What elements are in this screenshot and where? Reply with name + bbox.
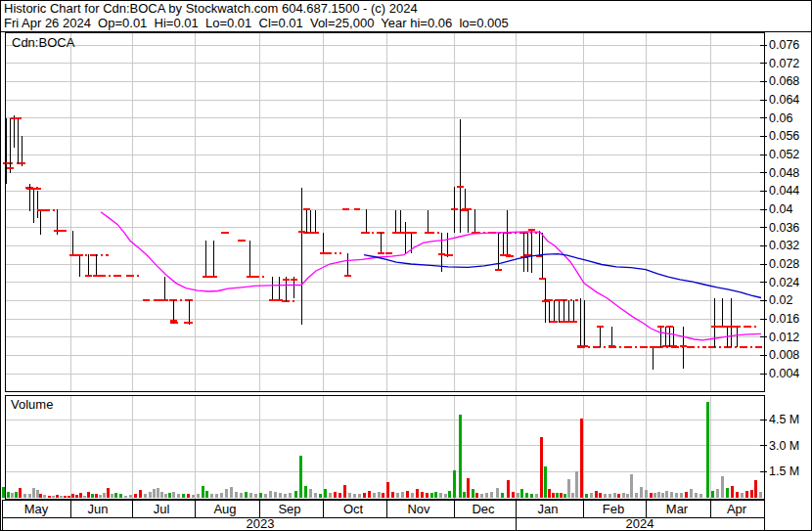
volume-bar xyxy=(396,493,399,498)
volume-bar xyxy=(48,496,51,498)
volume-bar xyxy=(39,494,42,498)
month-label: Feb xyxy=(603,502,624,516)
volume-bar xyxy=(91,494,94,498)
volume-bar xyxy=(197,494,200,498)
volume-bar xyxy=(134,494,137,498)
volume-bar xyxy=(124,496,127,498)
volume-bar xyxy=(580,419,583,498)
volume-bar xyxy=(64,496,67,498)
volume-bar xyxy=(264,494,267,498)
volume-bar xyxy=(711,491,714,498)
volume-axis-label: 3.0 M xyxy=(769,439,799,453)
volume-bar xyxy=(567,479,570,498)
volume-bar xyxy=(294,491,297,498)
volume-bar xyxy=(571,493,574,498)
volume-bar xyxy=(245,492,248,498)
volume-bar xyxy=(613,493,616,498)
volume-bar xyxy=(434,492,437,498)
price-axis-label: 0.02 xyxy=(769,293,792,307)
volume-bar xyxy=(160,492,163,498)
ma-fast-line xyxy=(101,212,761,340)
volume-bar xyxy=(15,492,18,498)
volume-bar xyxy=(680,493,683,498)
volume-bar xyxy=(626,494,629,498)
volume-bar xyxy=(279,493,282,498)
price-axis-label: 0.052 xyxy=(769,148,799,161)
volume-bar xyxy=(645,490,648,498)
volume-axis-label: 4.5 M xyxy=(769,413,799,426)
volume-bar xyxy=(635,493,638,498)
volume-bar xyxy=(754,480,757,498)
price-axis-label: 0.008 xyxy=(769,348,799,362)
volume-bar xyxy=(164,494,167,498)
volume-bar xyxy=(401,492,404,498)
price-axis-labels: 0.0760.0720.0680.0640.060.0560.0520.0480… xyxy=(760,38,799,380)
volume-bar xyxy=(358,494,361,498)
volume-bar xyxy=(319,494,322,498)
month-label: Mar xyxy=(666,502,689,516)
stock-chart-page: Historic Chart for Cdn:BOCA by Stockwatc… xyxy=(0,0,812,531)
volume-bar xyxy=(71,494,74,498)
year-labels: 20232024 xyxy=(247,516,654,531)
volume-bar xyxy=(690,489,693,498)
volume-bar xyxy=(650,493,653,498)
volume-bar xyxy=(501,493,504,498)
volume-bar xyxy=(83,496,86,498)
volume-bar xyxy=(254,494,257,498)
volume-bar xyxy=(640,487,643,498)
volume-bar xyxy=(368,491,371,498)
volume-bar xyxy=(444,494,447,498)
volume-bar xyxy=(177,494,180,498)
volume-bar xyxy=(657,492,660,498)
volume-bar xyxy=(590,493,593,498)
volume-bar xyxy=(230,487,233,498)
volume-bar xyxy=(269,491,272,498)
volume-bar xyxy=(731,486,734,498)
volume-bar xyxy=(552,493,555,498)
volume-bar xyxy=(75,495,78,498)
volume-bar xyxy=(622,493,625,498)
volume-bar xyxy=(168,493,171,498)
volume-bar xyxy=(2,487,5,498)
volume-bar xyxy=(182,494,185,498)
volume-bar xyxy=(609,494,611,498)
volume-bar xyxy=(463,492,466,498)
price-axis-label: 0.012 xyxy=(769,331,799,344)
month-label: Jan xyxy=(538,502,559,516)
volume-bar xyxy=(338,493,341,498)
volume-bar xyxy=(28,494,31,498)
price-axis-label: 0.024 xyxy=(769,276,799,289)
volume-bar xyxy=(575,471,578,498)
volume-bar xyxy=(525,493,528,498)
volume-bar xyxy=(459,415,462,498)
month-label: Sep xyxy=(278,502,300,516)
volume-bar xyxy=(240,493,243,498)
volume-bar xyxy=(382,493,384,498)
volume-bar xyxy=(695,493,698,498)
quote-summary-line: Fri Apr 26 2024 Op=0.01 Hi=0.01 Lo=0.01 … xyxy=(4,16,509,30)
year-label: 2023 xyxy=(247,516,275,531)
volume-bar xyxy=(595,491,598,498)
volume-bar xyxy=(517,493,519,498)
month-label: May xyxy=(24,502,49,516)
volume-bar xyxy=(530,494,533,498)
volume-bar xyxy=(604,494,607,498)
price-axis-label: 0.064 xyxy=(769,93,799,107)
volume-bar xyxy=(736,492,739,498)
volume-bar xyxy=(453,470,456,498)
chart-title-line: Historic Chart for Cdn:BOCA by Stockwatc… xyxy=(4,1,418,16)
volume-bar xyxy=(411,493,414,498)
volume-bar xyxy=(535,494,538,498)
month-label: Jul xyxy=(154,502,170,516)
price-axis-label: 0.04 xyxy=(769,202,792,216)
volume-bar xyxy=(220,493,223,498)
year-label: 2024 xyxy=(626,516,654,531)
volume-bar xyxy=(560,493,563,498)
volume-bar xyxy=(617,494,620,498)
volume-bar xyxy=(187,494,190,498)
volume-panel-frame xyxy=(5,395,764,499)
volume-bar xyxy=(304,486,307,498)
volume-bar xyxy=(205,491,208,498)
volume-bar xyxy=(448,491,451,498)
volume-bar xyxy=(745,491,748,498)
